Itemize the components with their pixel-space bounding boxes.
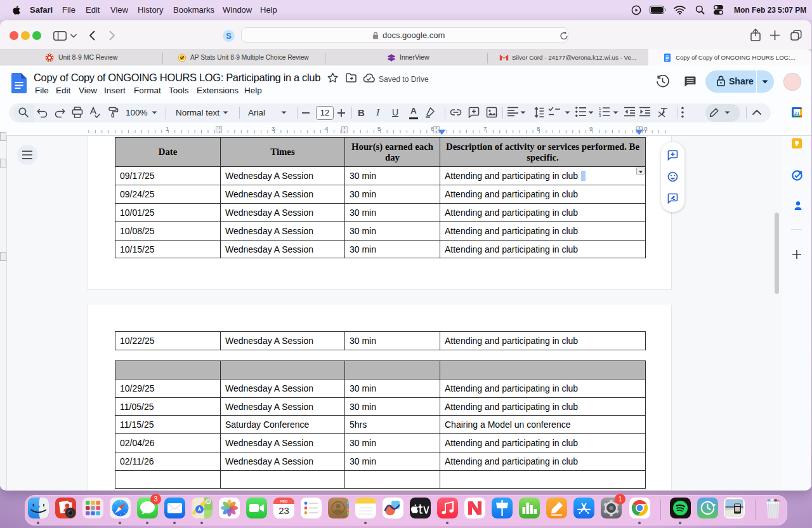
svg-text:23: 23 xyxy=(278,505,289,516)
svg-text:FEB: FEB xyxy=(280,499,287,503)
svg-text:3: 3 xyxy=(599,114,601,117)
svg-text:31: 31 xyxy=(794,110,800,116)
